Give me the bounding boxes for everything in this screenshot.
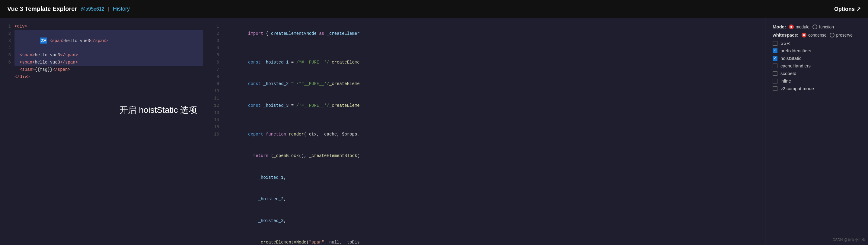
- mode-module-radio[interactable]: module: [789, 25, 809, 29]
- cache-handlers-label: cacheHandlers: [780, 63, 811, 69]
- code-line: _hoisted_2,: [223, 188, 760, 210]
- line-num: 2: [213, 30, 219, 37]
- scope-id-row[interactable]: scopeId: [773, 71, 861, 76]
- options-button[interactable]: Options ↗: [834, 6, 861, 12]
- code-line: const _hoisted_2 = /*#__PURE__*/_createE…: [223, 74, 760, 95]
- cache-handlers-checkbox[interactable]: [773, 63, 777, 69]
- mode-function-radio[interactable]: function: [812, 25, 834, 29]
- line-num: 1: [5, 23, 11, 30]
- left-line-numbers: 1 2 3 4 5 6: [0, 18, 14, 245]
- cache-handlers-row[interactable]: cacheHandlers: [773, 63, 861, 69]
- right-line-numbers: 1 2 3 4 5 6 7 8 9 10 11 12 13 14 15 16: [208, 18, 223, 245]
- line-num: 5: [213, 52, 219, 59]
- line-num: 16: [213, 131, 219, 138]
- hoist-static-checkbox[interactable]: [773, 56, 777, 61]
- line-num: 6: [213, 59, 219, 66]
- code-line: 文A <span>hello vue3</span>: [14, 30, 203, 52]
- v2-compat-label: v2 compat mode: [780, 86, 814, 91]
- prefix-identifiers-row[interactable]: prefixIdentifiers: [773, 48, 861, 53]
- history-link[interactable]: History: [113, 6, 130, 12]
- line-num: 4: [5, 45, 11, 52]
- prefix-identifiers-label: prefixIdentifiers: [780, 48, 811, 53]
- whitespace-preserve-label: preserve: [836, 33, 852, 37]
- ssr-label: SSR: [780, 40, 790, 46]
- code-line: _createElementVNode("span", null, _toDis: [223, 232, 760, 245]
- main-content: 1 2 3 4 5 6 <div> 文A <span>hello vue3</s…: [0, 18, 868, 245]
- code-line: export function render(_ctx, _cache, $pr…: [223, 124, 760, 145]
- line-num: 2: [5, 30, 11, 37]
- inline-checkbox[interactable]: [773, 79, 777, 83]
- translate-icon: 文A: [40, 37, 47, 44]
- left-panel: 1 2 3 4 5 6 <div> 文A <span>hello vue3</s…: [0, 18, 208, 245]
- left-code-content[interactable]: <div> 文A <span>hello vue3</span> <span>h…: [14, 18, 208, 245]
- code-line: const _hoisted_3 = /*#__PURE__*/_createE…: [223, 95, 760, 116]
- scope-id-label: scopeId: [780, 71, 797, 76]
- whitespace-condense-dot[interactable]: [802, 33, 806, 37]
- right-panel: 1 2 3 4 5 6 7 8 9 10 11 12 13 14 15 16 i…: [208, 18, 765, 245]
- code-line: import { createElementVNode as _createEl…: [223, 23, 760, 45]
- whitespace-row: whitespace: condense preserve: [773, 32, 861, 37]
- whitespace-preserve-radio[interactable]: preserve: [830, 33, 852, 37]
- inline-label: inline: [780, 78, 791, 83]
- header-right: Options ↗: [834, 6, 861, 12]
- line-num: 7: [213, 66, 219, 74]
- code-line: const _hoisted_1 = /*#__PURE__*/_createE…: [223, 52, 760, 73]
- app-title: Vue 3 Template Explorer: [7, 5, 77, 12]
- code-line: <span>hello vue3</span>: [14, 59, 203, 66]
- options-panel: Mode: module function whitespace: conden…: [765, 18, 868, 245]
- v2-compat-checkbox[interactable]: [773, 86, 777, 91]
- mode-row: Mode: module function: [773, 24, 861, 29]
- mode-function-dot[interactable]: [812, 25, 817, 29]
- code-line: <div>: [14, 23, 203, 30]
- code-line: <span>hello vue3</span>: [14, 52, 203, 59]
- line-num: 3: [213, 37, 219, 45]
- prefix-identifiers-checkbox[interactable]: [773, 48, 777, 53]
- ssr-checkbox[interactable]: [773, 41, 777, 46]
- ssr-row[interactable]: SSR: [773, 40, 861, 46]
- code-line: [223, 116, 760, 124]
- left-code-area: 1 2 3 4 5 6 <div> 文A <span>hello vue3</s…: [0, 18, 208, 245]
- header-separator: |: [108, 6, 109, 12]
- line-num: 3: [5, 37, 11, 45]
- line-num: 8: [213, 74, 219, 81]
- whitespace-condense-label: condense: [808, 33, 827, 37]
- code-line: _hoisted_3,: [223, 210, 760, 232]
- line-num: 12: [213, 102, 219, 109]
- header-left: Vue 3 Template Explorer @a95e612 | Histo…: [7, 5, 130, 12]
- right-code-area: 1 2 3 4 5 6 7 8 9 10 11 12 13 14 15 16 i…: [208, 18, 765, 245]
- right-code-content[interactable]: import { createElementVNode as _createEl…: [223, 18, 765, 245]
- header-commit-link[interactable]: @a95e612: [81, 6, 104, 12]
- code-line: return (_openBlock(), _createElementBloc…: [223, 145, 760, 167]
- mode-module-dot[interactable]: [789, 25, 794, 29]
- hoist-static-label: hoistStatic: [780, 56, 801, 61]
- code-line: </div>: [14, 74, 203, 81]
- line-num: 14: [213, 116, 219, 124]
- scope-id-checkbox[interactable]: [773, 71, 777, 76]
- code-line: [223, 45, 760, 52]
- mode-module-label: module: [796, 25, 809, 29]
- mode-function-label: function: [819, 25, 834, 29]
- hoist-static-row[interactable]: hoistStatic: [773, 56, 861, 61]
- inline-row[interactable]: inline: [773, 78, 861, 83]
- code-line: <span>{{msg}}</span>: [14, 66, 203, 74]
- whitespace-label: whitespace:: [773, 32, 799, 37]
- line-num: 9: [213, 80, 219, 88]
- line-num: 5: [5, 52, 11, 59]
- line-num: 4: [213, 45, 219, 52]
- mode-label: Mode:: [773, 24, 786, 29]
- code-line: _hoisted_1,: [223, 167, 760, 188]
- v2-compat-row[interactable]: v2 compat mode: [773, 86, 861, 91]
- line-num: 15: [213, 124, 219, 131]
- line-num: 1: [213, 23, 219, 30]
- line-num: 13: [213, 109, 219, 117]
- line-num: 11: [213, 95, 219, 102]
- line-num: 10: [213, 88, 219, 95]
- watermark: CSDN @差香小白鱼: [832, 238, 866, 243]
- whitespace-condense-radio[interactable]: condense: [802, 33, 827, 37]
- whitespace-preserve-dot[interactable]: [830, 33, 835, 37]
- header: Vue 3 Template Explorer @a95e612 | Histo…: [0, 0, 868, 18]
- line-num: 6: [5, 59, 11, 66]
